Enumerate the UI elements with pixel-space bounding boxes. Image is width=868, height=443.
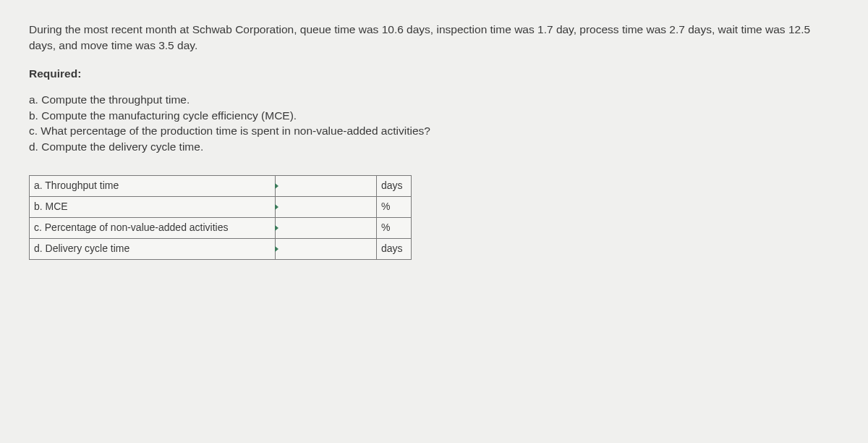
input-marker-icon [275, 246, 278, 252]
row-unit-d: days [377, 238, 412, 259]
table-row: a. Throughput time days [30, 175, 412, 196]
question-c: c. What percentage of the production tim… [29, 123, 839, 139]
row-unit-b: % [377, 196, 412, 217]
table-row: d. Delivery cycle time days [30, 238, 412, 259]
row-input-cell-b [276, 196, 377, 217]
question-a: a. Compute the throughput time. [29, 92, 839, 108]
question-d: d. Compute the delivery cycle time. [29, 139, 839, 155]
row-input-cell-d [276, 238, 377, 259]
row-unit-c: % [377, 217, 412, 238]
row-input-cell-a [276, 175, 377, 196]
row-label-c: c. Percentage of non-value-added activit… [30, 217, 276, 238]
required-label: Required: [29, 66, 839, 82]
input-marker-icon [275, 204, 278, 210]
answer-table: a. Throughput time days b. MCE % c. Perc… [29, 175, 412, 260]
problem-statement: During the most recent month at Schwab C… [29, 22, 839, 53]
input-marker-icon [275, 225, 278, 231]
row-label-d: d. Delivery cycle time [30, 238, 276, 259]
input-marker-icon [275, 183, 278, 189]
nva-percentage-input[interactable] [280, 220, 372, 236]
row-input-cell-c [276, 217, 377, 238]
row-label-a: a. Throughput time [30, 175, 276, 196]
row-label-b: b. MCE [30, 196, 276, 217]
table-row: c. Percentage of non-value-added activit… [30, 217, 412, 238]
mce-input[interactable] [280, 199, 372, 215]
row-unit-a: days [377, 175, 412, 196]
questions-block: a. Compute the throughput time. b. Compu… [29, 92, 839, 155]
question-b: b. Compute the manufacturing cycle effic… [29, 108, 839, 124]
delivery-cycle-time-input[interactable] [280, 241, 372, 257]
table-row: b. MCE % [30, 196, 412, 217]
throughput-time-input[interactable] [280, 178, 372, 194]
